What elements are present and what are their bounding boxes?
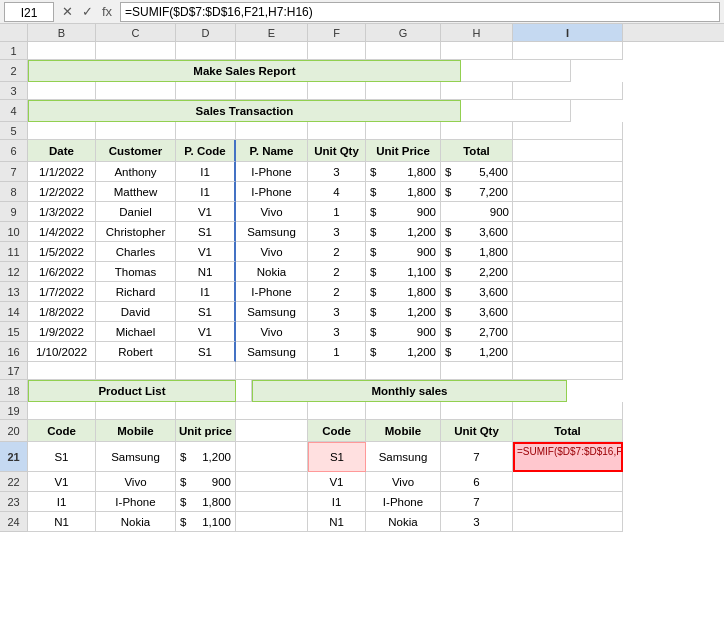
confirm-formula-button[interactable]: ✓ (78, 3, 96, 21)
row-header-3[interactable]: 3 (0, 82, 28, 100)
cell-F12[interactable]: 2 (308, 262, 366, 282)
cell-E11[interactable]: Vivo (236, 242, 308, 262)
cell-D12[interactable]: N1 (176, 262, 236, 282)
row-header-17[interactable]: 17 (0, 362, 28, 380)
col-header-pname[interactable]: P. Name (236, 140, 308, 162)
cell-H14[interactable]: $3,600 (441, 302, 513, 322)
row-header-7[interactable]: 7 (0, 162, 28, 182)
cell-B15[interactable]: 1/9/2022 (28, 322, 96, 342)
cell-B9[interactable]: 1/3/2022 (28, 202, 96, 222)
cell-H22[interactable]: 6 (441, 472, 513, 492)
cell-H23[interactable]: 7 (441, 492, 513, 512)
row-header-14[interactable]: 14 (0, 302, 28, 322)
cell-I10[interactable] (513, 222, 623, 242)
cell-I23[interactable] (513, 492, 623, 512)
monthly-col-mobile[interactable]: Mobile (366, 420, 441, 442)
prod-col-code[interactable]: Code (28, 420, 96, 442)
cell-H16[interactable]: $1,200 (441, 342, 513, 362)
cell-E16[interactable]: Samsung (236, 342, 308, 362)
col-header-pcode[interactable]: P. Code (176, 140, 236, 162)
cell-E7[interactable]: I-Phone (236, 162, 308, 182)
cell-reference-box[interactable]: I21 (4, 2, 54, 22)
cell-E10[interactable]: Samsung (236, 222, 308, 242)
cell-H3[interactable] (441, 82, 513, 100)
cell-I3[interactable] (513, 82, 623, 100)
cell-D17[interactable] (176, 362, 236, 380)
cell-G22[interactable]: Vivo (366, 472, 441, 492)
cell-I4[interactable] (461, 100, 571, 122)
cell-D19[interactable] (176, 402, 236, 420)
cell-D3[interactable] (176, 82, 236, 100)
col-header-G[interactable]: G (366, 24, 441, 41)
cell-H10[interactable]: $3,600 (441, 222, 513, 242)
cell-E12[interactable]: Nokia (236, 262, 308, 282)
row-header-9[interactable]: 9 (0, 202, 28, 222)
cell-F7[interactable]: 3 (308, 162, 366, 182)
row-header-21[interactable]: 21 (0, 442, 28, 472)
cell-G16[interactable]: $1,200 (366, 342, 441, 362)
col-header-I[interactable]: I (513, 24, 623, 41)
col-header-B[interactable]: B (28, 24, 96, 41)
cell-E19[interactable] (236, 402, 308, 420)
cell-I7[interactable] (513, 162, 623, 182)
cell-H19[interactable] (441, 402, 513, 420)
cell-sales-transaction-title[interactable]: Sales Transaction (28, 100, 461, 122)
cell-F22[interactable]: V1 (308, 472, 366, 492)
cell-C1[interactable] (96, 42, 176, 60)
cell-E13[interactable]: I-Phone (236, 282, 308, 302)
cell-F8[interactable]: 4 (308, 182, 366, 202)
cell-B3[interactable] (28, 82, 96, 100)
cell-H7[interactable]: $5,400 (441, 162, 513, 182)
cell-D16[interactable]: S1 (176, 342, 236, 362)
cell-E22[interactable] (236, 472, 308, 492)
prod-col-unitprice[interactable]: Unit price (176, 420, 236, 442)
cell-I1[interactable] (513, 42, 623, 60)
cell-E17[interactable] (236, 362, 308, 380)
cell-G21[interactable]: Samsung (366, 442, 441, 472)
cell-I9[interactable] (513, 202, 623, 222)
col-header-unitqty[interactable]: Unit Qty (308, 140, 366, 162)
col-header-total[interactable]: Total (441, 140, 513, 162)
cell-D10[interactable]: S1 (176, 222, 236, 242)
cell-H12[interactable]: $2,200 (441, 262, 513, 282)
row-header-16[interactable]: 16 (0, 342, 28, 362)
monthly-col-total[interactable]: Total (513, 420, 623, 442)
cell-B17[interactable] (28, 362, 96, 380)
cell-I14[interactable] (513, 302, 623, 322)
cell-B22[interactable]: V1 (28, 472, 96, 492)
row-header-6[interactable]: 6 (0, 140, 28, 162)
formula-input[interactable] (120, 2, 720, 22)
row-header-4[interactable]: 4 (0, 100, 28, 122)
cell-E9[interactable]: Vivo (236, 202, 308, 222)
cell-F3[interactable] (308, 82, 366, 100)
cell-D1[interactable] (176, 42, 236, 60)
cell-C13[interactable]: Richard (96, 282, 176, 302)
cell-F17[interactable] (308, 362, 366, 380)
cell-C10[interactable]: Christopher (96, 222, 176, 242)
cell-C7[interactable]: Anthony (96, 162, 176, 182)
cell-I12[interactable] (513, 262, 623, 282)
cell-D13[interactable]: I1 (176, 282, 236, 302)
row-header-1[interactable]: 1 (0, 42, 28, 60)
cell-G15[interactable]: $900 (366, 322, 441, 342)
cell-B14[interactable]: 1/8/2022 (28, 302, 96, 322)
cell-H24[interactable]: 3 (441, 512, 513, 532)
cell-monthly-sales-title[interactable]: Monthly sales (252, 380, 567, 402)
cell-F21[interactable]: S1 (308, 442, 366, 472)
cell-I8[interactable] (513, 182, 623, 202)
cell-G9[interactable]: $900 (366, 202, 441, 222)
prod-col-mobile[interactable]: Mobile (96, 420, 176, 442)
cell-E15[interactable]: Vivo (236, 322, 308, 342)
cell-B8[interactable]: 1/2/2022 (28, 182, 96, 202)
row-header-19[interactable]: 19 (0, 402, 28, 420)
cell-H21[interactable]: 7 (441, 442, 513, 472)
cell-D22[interactable]: $900 (176, 472, 236, 492)
cell-B10[interactable]: 1/4/2022 (28, 222, 96, 242)
cell-F15[interactable]: 3 (308, 322, 366, 342)
cell-H15[interactable]: $2,700 (441, 322, 513, 342)
cell-H5[interactable] (441, 122, 513, 140)
cell-main-title[interactable]: Make Sales Report (28, 60, 461, 82)
cell-G14[interactable]: $1,200 (366, 302, 441, 322)
row-header-22[interactable]: 22 (0, 472, 28, 492)
cell-D9[interactable]: V1 (176, 202, 236, 222)
